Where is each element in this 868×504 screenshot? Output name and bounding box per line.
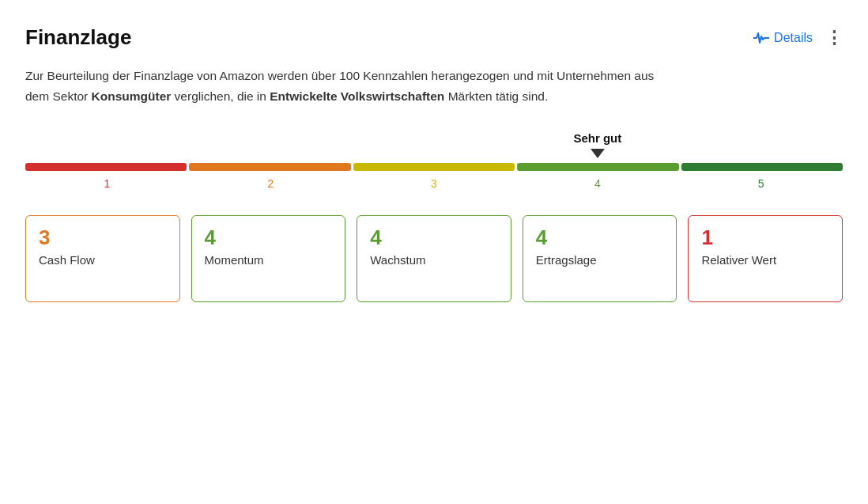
desc-text-3: Märkten tätig sind. (444, 89, 548, 103)
card-momentum[interactable]: 4 Momentum (191, 215, 346, 302)
desc-bold-1: Konsumgüter (92, 89, 172, 103)
bar-segment-3 (353, 163, 515, 171)
bar-segment-1 (25, 163, 187, 171)
card-score-momentum: 4 (205, 227, 333, 248)
bar-label-3: 3 (353, 177, 516, 190)
description-text: Zur Beurteilung der Finanzlage von Amazo… (25, 66, 674, 106)
card-relativer-wert[interactable]: 1 Relativer Wert (688, 215, 843, 302)
card-wachstum[interactable]: 4 Wachstum (357, 215, 511, 302)
card-label-cash-flow: Cash Flow (39, 252, 167, 268)
bar-label-4: 4 (515, 177, 679, 190)
card-score-relativer-wert: 1 (701, 227, 829, 248)
page-header: Finanzlage Details ⋮ (25, 25, 843, 50)
rating-section: Sehr gut 1 2 3 4 5 (25, 131, 843, 190)
rating-arrow (591, 149, 605, 158)
details-link[interactable]: Details (753, 29, 813, 46)
bar-segment-5 (681, 163, 843, 171)
card-score-ertragslage: 4 (536, 227, 664, 248)
rating-label: Sehr gut (573, 131, 621, 145)
card-score-wachstum: 4 (370, 227, 498, 248)
rating-bar (25, 163, 843, 171)
details-label: Details (774, 31, 813, 45)
bar-label-1: 1 (25, 177, 189, 190)
desc-text-2: verglichen, die in (171, 89, 270, 103)
card-ertragslage[interactable]: 4 Ertragslage (523, 215, 677, 302)
header-actions: Details ⋮ (753, 28, 843, 48)
card-score-cash-flow: 3 (39, 227, 167, 248)
card-cash-flow[interactable]: 3 Cash Flow (25, 215, 180, 302)
bar-labels: 1 2 3 4 5 (25, 177, 843, 190)
card-label-relativer-wert: Relativer Wert (701, 252, 829, 268)
card-label-wachstum: Wachstum (370, 252, 498, 268)
bar-label-2: 2 (189, 177, 353, 190)
bar-segment-2 (189, 163, 350, 171)
card-label-ertragslage: Ertragslage (536, 252, 664, 268)
bar-label-5: 5 (679, 177, 843, 190)
cards-container: 3 Cash Flow 4 Momentum 4 Wachstum 4 Ertr… (25, 215, 843, 302)
desc-bold-2: Entwickelte Volkswirtschaften (270, 89, 444, 103)
pulse-icon (753, 29, 769, 46)
card-label-momentum: Momentum (205, 252, 333, 268)
bar-segment-4 (517, 163, 678, 171)
more-icon[interactable]: ⋮ (825, 28, 843, 48)
page-title: Finanzlage (25, 25, 131, 50)
